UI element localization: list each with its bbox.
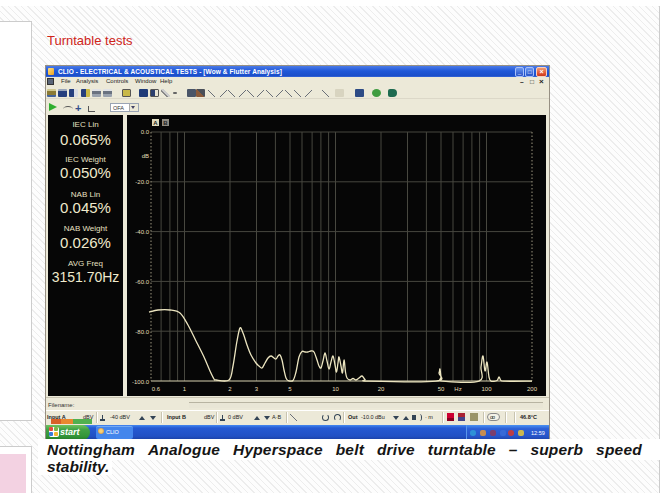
svg-text:2: 2 <box>228 386 232 392</box>
svg-text:-40.0: -40.0 <box>135 229 149 235</box>
svg-text:dB: dB <box>142 153 149 159</box>
svg-text:-20.0: -20.0 <box>135 179 149 185</box>
svg-text:5: 5 <box>288 386 292 392</box>
svg-text:A: A <box>153 120 158 126</box>
svg-text:1: 1 <box>183 386 187 392</box>
svg-text:50: 50 <box>438 386 445 392</box>
svg-text:200: 200 <box>527 386 538 392</box>
svg-text:0.6: 0.6 <box>152 386 161 392</box>
svg-text:10: 10 <box>332 386 339 392</box>
svg-text:20: 20 <box>378 386 385 392</box>
svg-text:-80.0: -80.0 <box>135 329 149 335</box>
svg-text:Hz: Hz <box>454 386 461 392</box>
svg-text:0.0: 0.0 <box>141 129 150 135</box>
svg-text:-60.0: -60.0 <box>135 279 149 285</box>
svg-text:3: 3 <box>255 386 259 392</box>
svg-text:-100.0: -100.0 <box>132 379 150 385</box>
svg-text:100: 100 <box>481 386 492 392</box>
svg-text:B: B <box>163 120 168 126</box>
